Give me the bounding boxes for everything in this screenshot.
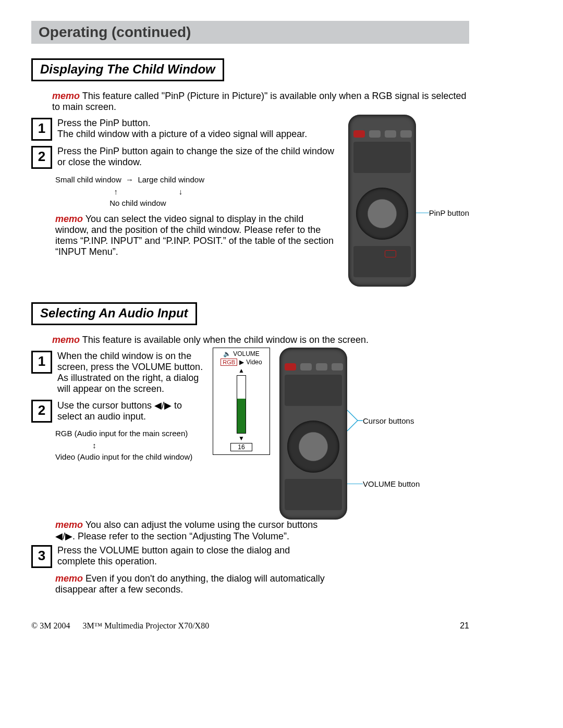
step-text: Use the cursor buttons ◀/▶ to select an … xyxy=(57,400,203,423)
memo-text: Even if you don't do anything, the dialo… xyxy=(55,573,325,595)
memo-text: This feature called "PinP (Picture in Pi… xyxy=(52,91,467,112)
memo-auto-dismiss: memo Even if you don't do anything, the … xyxy=(55,573,326,595)
step-3-audio: 3 Press the VOLUME button again to close… xyxy=(31,545,323,568)
step-2: 2 Press the PinP button again to change … xyxy=(31,146,339,169)
step-1-audio: 1 When the child window is on the screen… xyxy=(31,351,203,394)
audio-cycle-diagram: RGB (Audio input for the main screen) ↕ … xyxy=(55,428,203,463)
section-title-child-window: Displaying The Child Window xyxy=(31,58,224,81)
memo-label: memo xyxy=(52,335,80,345)
memo-label: memo xyxy=(55,520,83,530)
callout-pinp-button: PinP button xyxy=(429,208,469,217)
memo-audio-availability: memo This feature is available only when… xyxy=(52,335,469,346)
speaker-icon: 🔈 xyxy=(223,350,231,357)
page-number: 21 xyxy=(460,621,469,631)
section-title-audio-input: Selecting An Audio Input xyxy=(31,302,197,325)
step-text: Press the PinP button. xyxy=(57,118,339,129)
page-footer: © 3M 2004 3M™ Multimedia Projector X70/X… xyxy=(31,621,469,631)
memo-text: This feature is available only when the … xyxy=(82,335,369,345)
memo-volume-adjust: memo You also can adjust the volume usin… xyxy=(55,520,326,542)
page-header: Operating (continued) xyxy=(31,21,469,44)
volume-dialog-illustration: 🔈 VOLUME RGB ▶ Video ▲ ▼ 16 xyxy=(213,348,270,455)
step-number: 2 xyxy=(31,146,52,169)
window-cycle-diagram: Small child window → Large child window … xyxy=(55,174,339,209)
step-text: The child window with a picture of a vid… xyxy=(57,129,339,140)
step-2-audio: 2 Use the cursor buttons ◀/▶ to select a… xyxy=(31,400,203,423)
step-text: Press the PinP button again to change th… xyxy=(57,146,339,169)
memo-label: memo xyxy=(55,573,83,584)
step-number: 1 xyxy=(31,118,52,141)
callout-volume-button: VOLUME button xyxy=(363,479,420,488)
step-number: 2 xyxy=(31,400,52,423)
step-number: 3 xyxy=(31,545,52,568)
remote-control-illustration xyxy=(279,348,347,520)
step-text: Press the VOLUME button again to close t… xyxy=(57,545,323,568)
memo-text: You can select the video signal to displ… xyxy=(55,214,334,257)
memo-pinp-availability: memo This feature called "PinP (Picture … xyxy=(52,91,469,113)
step-number: 1 xyxy=(31,351,52,374)
remote-control-illustration xyxy=(348,115,416,287)
memo-label: memo xyxy=(52,91,80,101)
memo-label: memo xyxy=(55,214,83,224)
step-1: 1 Press the PinP button. The child windo… xyxy=(31,118,339,141)
step-text: When the child window is on the screen, … xyxy=(57,351,203,394)
callout-cursor-buttons: Cursor buttons xyxy=(363,416,414,425)
memo-select-signal: memo You can select the video signal to … xyxy=(55,214,339,257)
